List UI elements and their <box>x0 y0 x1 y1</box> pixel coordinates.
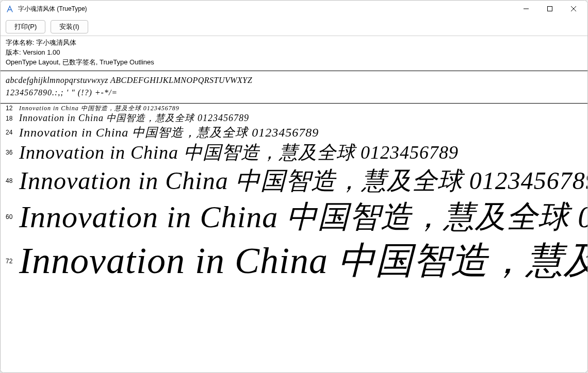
font-name-line: 字体名称: 字小魂清风体 <box>6 38 582 48</box>
font-viewer-window: 字小魂清风体 (TrueType) 打印(P) 安装(I) 字体名称: 字小魂清… <box>0 0 588 373</box>
sample-text: Innovation in China 中国智造，慧及全球 0123456789 <box>19 112 249 124</box>
titlebar: 字小魂清风体 (TrueType) <box>1 1 587 18</box>
charset-alpha: abcdefghijklmnopqrstuvwxyz ABCDEFGHIJKLM… <box>6 74 582 87</box>
font-metadata: 字体名称: 字小魂清风体 版本: Version 1.00 OpenType L… <box>1 36 587 71</box>
sample-row: 12Innovation in China 中国智造，慧及全球 01234567… <box>1 105 587 113</box>
print-button[interactable]: 打印(P) <box>6 20 45 33</box>
sample-size-label: 60 <box>6 213 19 221</box>
sample-text: Innovation in China 中国智造，慧及全球 0123456789 <box>19 165 587 197</box>
sample-text: Innovation in China 中国智造，慧及全球 0123456789 <box>19 237 587 285</box>
font-version-label: 版本: <box>6 48 23 56</box>
font-name-label: 字体名称: <box>6 39 36 46</box>
sample-text: Innovation in China 中国智造，慧及全球 0123456789 <box>19 197 587 237</box>
sample-size-label: 72 <box>6 258 19 265</box>
sample-size-label: 48 <box>6 177 19 184</box>
sample-row: 48Innovation in China 中国智造，慧及全球 01234567… <box>1 165 587 197</box>
sample-text: Innovation in China 中国智造，慧及全球 0123456789 <box>19 105 179 113</box>
window-title: 字小魂清风体 (TrueType) <box>18 5 87 13</box>
font-name-value: 字小魂清风体 <box>36 39 76 46</box>
window-controls <box>514 1 585 18</box>
font-version-line: 版本: Version 1.00 <box>6 48 582 58</box>
font-features-line: OpenType Layout, 已数字签名, TrueType Outline… <box>6 58 582 67</box>
charset-preview: abcdefghijklmnopqrstuvwxyz ABCDEFGHIJKLM… <box>1 71 587 104</box>
sample-row: 18Innovation in China 中国智造，慧及全球 01234567… <box>1 112 587 124</box>
content-area: 字体名称: 字小魂清风体 版本: Version 1.00 OpenType L… <box>1 36 587 372</box>
close-button[interactable] <box>562 1 585 17</box>
sample-size-label: 24 <box>6 129 19 136</box>
charset-digits: 1234567890.:,; ' " (!?) +-*/= <box>6 87 582 99</box>
svg-rect-0 <box>548 7 552 11</box>
app-icon <box>6 5 14 13</box>
sample-row: 24Innovation in China 中国智造，慧及全球 01234567… <box>1 125 587 141</box>
sample-list: 12Innovation in China 中国智造，慧及全球 01234567… <box>1 104 587 285</box>
sample-row: 60Innovation in China 中国智造，慧及全球 01234567… <box>1 197 587 237</box>
sample-size-label: 18 <box>6 115 19 122</box>
maximize-button[interactable] <box>538 1 562 17</box>
toolbar: 打印(P) 安装(I) <box>1 18 587 36</box>
sample-text: Innovation in China 中国智造，慧及全球 0123456789 <box>19 141 459 165</box>
sample-text: Innovation in China 中国智造，慧及全球 0123456789 <box>19 125 319 141</box>
install-button[interactable]: 安装(I) <box>51 20 88 33</box>
minimize-button[interactable] <box>514 1 538 17</box>
font-version-value: Version 1.00 <box>23 48 60 56</box>
sample-row: 36Innovation in China 中国智造，慧及全球 01234567… <box>1 141 587 165</box>
sample-size-label: 12 <box>6 105 19 112</box>
sample-size-label: 36 <box>6 149 19 156</box>
sample-row: 72Innovation in China 中国智造，慧及全球 01234567… <box>1 237 587 285</box>
